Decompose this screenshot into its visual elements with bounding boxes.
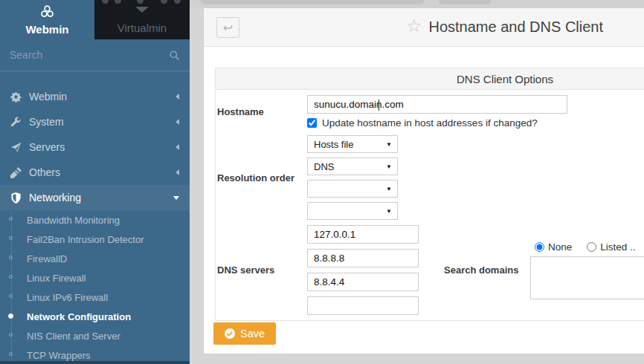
dns-server-input-2[interactable] [307, 249, 419, 267]
gear-icon [10, 91, 22, 103]
sidebar: Webmin Virtualmin Webmin [0, 0, 190, 364]
search-input[interactable] [10, 49, 169, 61]
dns-server-input-3[interactable] [307, 273, 419, 291]
submenu-item-nis-client-server[interactable]: NIS Client and Server [0, 326, 190, 345]
radio-none-label: None [548, 241, 572, 253]
collapse-arrow-icon [176, 169, 179, 175]
resolution-order-select-4[interactable]: ▼ [307, 202, 398, 220]
sidebar-search [0, 39, 190, 71]
page-title: Hostname and DNS Client [428, 19, 603, 36]
radio-listed[interactable] [587, 242, 596, 252]
text-caret [379, 100, 379, 111]
hostname-input[interactable]: sunucu.domain.com [307, 95, 567, 114]
main-area: ↩ ☆ Hostname and DNS Client DNS Client O… [190, 0, 644, 364]
tab-webmin[interactable]: Webmin [0, 0, 94, 39]
dns-client-options-form: DNS Client Options Hostname sunucu.domai… [215, 68, 644, 321]
chevron-down-icon [135, 7, 149, 13]
submenu-item-linux-ipv6-firewall[interactable]: Linux IPv6 Firewall [0, 287, 190, 307]
submenu-item-label: TCP Wrappers [27, 350, 91, 361]
title-wrap: ☆ Hostname and DNS Client [204, 8, 644, 46]
dns-servers-row: DNS servers Search domains [216, 225, 644, 315]
submenu-item-linux-firewall[interactable]: Linux Firewall [0, 268, 190, 287]
bullet-icon [8, 313, 13, 319]
resolution-order-select-1[interactable]: Hosts file ▼ [307, 135, 398, 153]
collapse-arrow-icon [176, 94, 179, 100]
dns-server-input-1[interactable] [307, 225, 419, 244]
content-panel: ↩ ☆ Hostname and DNS Client DNS Client O… [203, 7, 644, 354]
virtualmin-logo-dot [161, 0, 167, 4]
dns-server-inputs [307, 225, 419, 315]
decorative-blob [201, 0, 424, 4]
search-domains-textarea[interactable] [530, 256, 644, 299]
decorative-blob [439, 0, 491, 4]
search-domains-option-none[interactable]: None [535, 241, 572, 253]
dns-server-input-4[interactable] [307, 296, 419, 315]
bullet-icon [9, 256, 13, 259]
tools-icon [10, 167, 22, 178]
shield-icon [10, 192, 22, 204]
form-body: Hostname sunucu.domain.com Update hostna… [216, 90, 644, 320]
sidebar-item-label: Servers [29, 141, 65, 153]
resolution-order-select-3[interactable]: ▼ [307, 180, 398, 198]
submenu-item-label: Linux IPv6 Firewall [27, 292, 108, 303]
webmin-logo-icon [40, 4, 54, 22]
sidebar-item-others[interactable]: Others [0, 160, 190, 185]
virtualmin-logo-dot [137, 0, 144, 4]
networking-submenu: Bandwidth Monitoring Fail2Ban Intrusion … [0, 210, 190, 364]
sidebar-bottom-strip [0, 361, 190, 364]
sidebar-item-label: Others [29, 166, 60, 178]
bullet-icon [9, 352, 13, 356]
resolution-order-row: Resolution order Hosts file ▼ DNS ▼ ▼ [216, 135, 644, 220]
bullet-icon [9, 236, 13, 240]
collapse-arrow-icon [176, 119, 179, 125]
sidebar-item-servers[interactable]: Servers [0, 134, 190, 160]
page-header: ↩ ☆ Hostname and DNS Client [204, 8, 644, 47]
tab-virtualmin[interactable]: Virtualmin [94, 0, 190, 39]
sidebar-item-webmin[interactable]: Webmin [0, 84, 190, 109]
form-section-title: DNS Client Options [216, 68, 644, 90]
product-tabs: Webmin Virtualmin [0, 0, 190, 39]
sidebar-item-system[interactable]: System [0, 109, 190, 134]
search-domains-label: Search domains [444, 264, 530, 276]
submenu-item-label: NIS Client and Server [27, 331, 120, 342]
virtualmin-logo-dot [102, 0, 109, 4]
update-hostname-checkbox[interactable] [307, 118, 317, 128]
submenu-item-network-configuration[interactable]: Network Configuration [0, 307, 190, 326]
virtualmin-logo-dot [174, 0, 181, 4]
radio-none[interactable] [535, 242, 544, 252]
dns-servers-label: DNS servers [217, 225, 307, 315]
hostname-row: Hostname sunucu.domain.com Update hostna… [216, 95, 644, 129]
favorite-star-icon[interactable]: ☆ [406, 17, 422, 35]
select-value: Hosts file [314, 139, 353, 150]
check-circle-icon [225, 328, 235, 339]
hostname-label: Hostname [217, 95, 307, 129]
resolution-order-select-2[interactable]: DNS ▼ [307, 157, 398, 175]
collapse-arrow-icon [176, 144, 179, 150]
submenu-item-label: Bandwidth Monitoring [27, 215, 120, 226]
save-button[interactable]: Save [213, 322, 276, 345]
sidebar-item-label: System [29, 116, 64, 128]
resolution-order-selects: Hosts file ▼ DNS ▼ ▼ ▼ [307, 135, 398, 220]
top-strip [190, 0, 644, 7]
select-arrow-icon: ▼ [386, 163, 392, 170]
search-icon[interactable] [169, 50, 180, 61]
sidebar-item-label: Webmin [29, 91, 67, 103]
bullet-icon [9, 275, 13, 279]
tab-webmin-label: Webmin [25, 23, 68, 36]
search-domains-controls: None Listed .. [530, 241, 644, 299]
select-value: DNS [314, 161, 334, 172]
send-icon [10, 142, 22, 153]
wrench-icon [10, 117, 22, 128]
submenu-item-bandwidth-monitoring[interactable]: Bandwidth Monitoring [0, 210, 190, 230]
sidebar-item-networking[interactable]: Networking [0, 185, 190, 210]
bullet-icon [9, 217, 13, 221]
search-domains-option-listed[interactable]: Listed .. [587, 241, 635, 253]
select-arrow-icon: ▼ [386, 141, 392, 148]
expand-arrow-icon [173, 196, 179, 200]
virtualmin-logo-dot [115, 0, 121, 4]
submenu-item-fail2ban[interactable]: Fail2Ban Intrusion Detector [0, 230, 190, 249]
save-button-label: Save [240, 328, 265, 339]
select-arrow-icon: ▼ [386, 186, 392, 192]
submenu-item-firewalld[interactable]: FirewallD [0, 249, 190, 268]
submenu-item-label: Network Configuration [27, 311, 131, 322]
